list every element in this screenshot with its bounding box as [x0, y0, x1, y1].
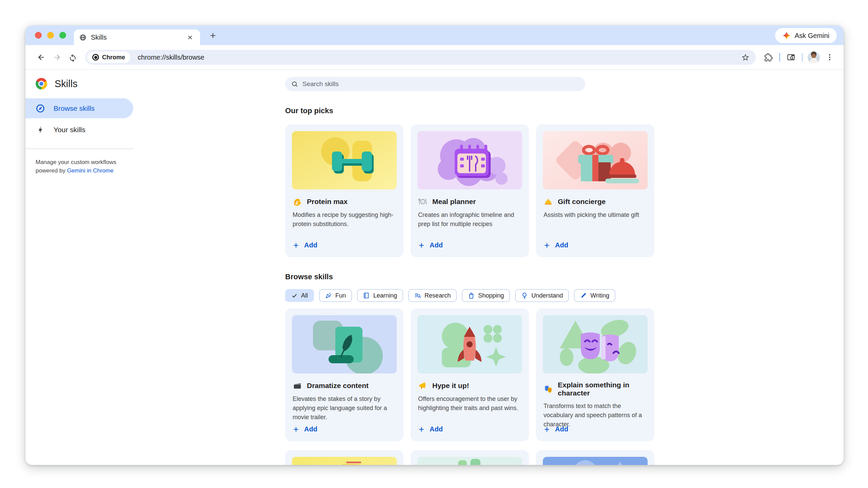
- add-skill-button[interactable]: Add: [418, 241, 443, 249]
- reload-icon: [68, 53, 77, 62]
- filter-chips: All Fun Learning Research Shopping: [285, 289, 654, 302]
- site-chip[interactable]: Chrome: [87, 52, 130, 63]
- bellhop-bell-emoji-icon: [544, 197, 553, 206]
- teaser-teal-illustration: [417, 457, 522, 465]
- zoom-window-button[interactable]: [59, 32, 66, 39]
- back-button[interactable]: [34, 49, 49, 65]
- filter-chip-understand[interactable]: Understand: [515, 289, 569, 302]
- filter-chip-writing[interactable]: Writing: [574, 289, 615, 302]
- plus-icon: [293, 242, 299, 249]
- bolt-icon: [36, 125, 45, 135]
- sidebar-footer-prefix: powered by: [36, 167, 67, 174]
- ask-gemini-button[interactable]: Ask Gemini: [775, 28, 837, 43]
- gemini-spark-icon: [783, 32, 791, 40]
- chrome-logo-icon: [36, 78, 47, 89]
- minimize-window-button[interactable]: [47, 32, 54, 39]
- filter-chip-fun[interactable]: Fun: [319, 289, 352, 302]
- reload-button[interactable]: [65, 49, 80, 65]
- sidebar-footer: Manage your custom workflows powered by …: [36, 158, 120, 175]
- page-title: Skills: [55, 78, 78, 89]
- tab-strip: Skills Ask Gemini: [25, 25, 844, 45]
- sidebar-footer-line2: powered by Gemini in Chrome: [36, 166, 120, 175]
- sidebar-item-label: Your skills: [54, 126, 85, 134]
- skill-title: Explain something in character: [558, 381, 647, 397]
- teaser-yellow-illustration: [292, 457, 397, 465]
- puzzle-icon: [764, 53, 773, 62]
- search-bar[interactable]: [285, 77, 585, 91]
- add-label: Add: [430, 425, 443, 433]
- skill-title: Meal planner: [432, 198, 476, 206]
- book-icon: [363, 292, 370, 299]
- plus-icon: [293, 426, 299, 433]
- skill-title: Dramatize content: [307, 382, 369, 390]
- search-input[interactable]: [302, 80, 579, 88]
- filter-chip-learning[interactable]: Learning: [357, 289, 403, 302]
- skill-card-meal-planner[interactable]: Meal planner Creates an infographic time…: [411, 124, 529, 257]
- globe-icon: [79, 34, 86, 41]
- skill-description: Elevates the stakes of a story by applyi…: [293, 394, 396, 422]
- star-icon: [741, 53, 750, 62]
- ask-gemini-label: Ask Gemini: [795, 32, 829, 40]
- filter-label: All: [301, 292, 308, 299]
- shopping-bag-icon: [468, 292, 475, 299]
- add-skill-button[interactable]: Add: [418, 425, 443, 433]
- bookmark-button[interactable]: [737, 49, 753, 65]
- sidebar: Skills Browse skills Your skills: [25, 70, 168, 175]
- skill-description: Creates an infographic timeline and prep…: [418, 210, 521, 229]
- sidebar-item-label: Browse skills: [54, 104, 95, 113]
- skill-card-explain-in-character[interactable]: Explain something in character Transform…: [536, 308, 654, 441]
- gemini-in-chrome-link[interactable]: Gemini in Chrome: [67, 167, 114, 174]
- gift-concierge-illustration: [543, 131, 648, 189]
- side-panel-search-button[interactable]: [783, 49, 799, 65]
- skill-card-protein-max[interactable]: Protein max Modifies a recipe by suggest…: [285, 124, 403, 257]
- skill-card-teaser-teal[interactable]: [411, 450, 529, 465]
- fork-knife-plate-emoji-icon: [418, 197, 427, 206]
- skill-card-hype-it-up[interactable]: Hype it up! Offers encouragement to the …: [411, 308, 529, 441]
- filter-label: Fun: [335, 292, 346, 299]
- sidebar-footer-line1: Manage your custom workflows: [36, 158, 120, 166]
- main-content: Our top picks: [285, 70, 654, 465]
- forward-button[interactable]: [49, 49, 65, 65]
- plus-icon: [544, 242, 550, 249]
- close-tab-icon[interactable]: [185, 33, 195, 42]
- sidebar-item-browse-skills[interactable]: Browse skills: [25, 98, 133, 118]
- add-label: Add: [430, 241, 443, 249]
- add-skill-button[interactable]: Add: [544, 241, 568, 249]
- skills-page: Skills Browse skills Your skills: [25, 70, 844, 464]
- tab-title: Skills: [91, 34, 181, 41]
- top-picks-heading: Our top picks: [285, 106, 654, 115]
- extensions-button[interactable]: [761, 49, 776, 65]
- add-label: Add: [304, 425, 317, 433]
- protein-max-illustration: [292, 131, 397, 189]
- close-window-button[interactable]: [35, 32, 42, 39]
- filter-chip-research[interactable]: Research: [408, 289, 457, 302]
- filter-label: Shopping: [478, 292, 504, 299]
- sidebar-item-your-skills[interactable]: Your skills: [25, 120, 133, 140]
- browser-menu-button[interactable]: [822, 49, 837, 65]
- filter-label: Learning: [373, 292, 397, 299]
- add-skill-button[interactable]: Add: [544, 425, 568, 433]
- profile-avatar[interactable]: [808, 51, 820, 63]
- explain-in-character-illustration: [543, 315, 648, 373]
- skill-card-gift-concierge[interactable]: Gift concierge Assists with picking the …: [536, 124, 654, 257]
- teaser-blue-illustration: [543, 457, 648, 465]
- browse-skills-heading: Browse skills: [285, 272, 654, 281]
- address-bar[interactable]: Chrome chrome://skills/browse: [85, 50, 756, 65]
- forward-arrow-icon: [53, 53, 61, 62]
- filter-chip-all[interactable]: All: [285, 289, 314, 302]
- check-icon: [291, 292, 298, 299]
- list-search-icon: [414, 292, 421, 299]
- skill-card-dramatize-content[interactable]: Dramatize content Elevates the stakes of…: [285, 308, 403, 441]
- browse-skills-row: Dramatize content Elevates the stakes of…: [285, 308, 654, 441]
- tab-skills[interactable]: Skills: [74, 29, 200, 45]
- filter-label: Understand: [531, 292, 563, 299]
- add-skill-button[interactable]: Add: [293, 425, 317, 433]
- add-skill-button[interactable]: Add: [293, 241, 317, 249]
- pen-icon: [580, 292, 587, 299]
- search-icon: [291, 81, 298, 87]
- skill-card-teaser-yellow[interactable]: [285, 450, 403, 465]
- skill-card-teaser-blue[interactable]: [536, 450, 654, 465]
- performing-arts-emoji-icon: [544, 385, 553, 394]
- new-tab-button[interactable]: [208, 30, 218, 41]
- filter-chip-shopping[interactable]: Shopping: [462, 289, 510, 302]
